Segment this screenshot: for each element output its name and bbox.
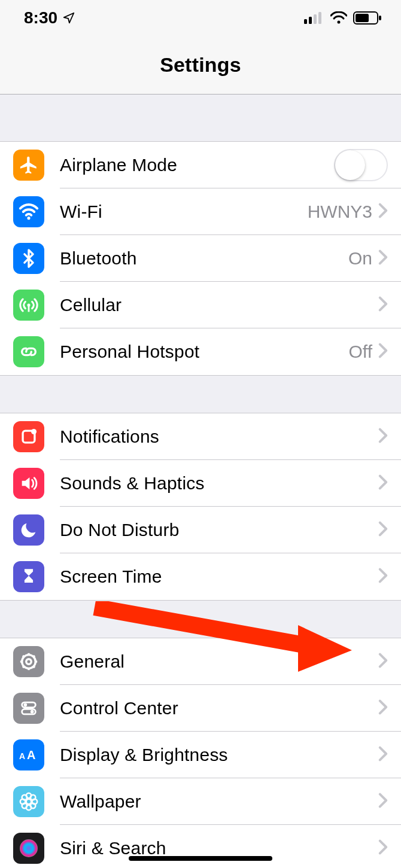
row-cellular[interactable]: Cellular bbox=[0, 282, 401, 328]
speaker-icon bbox=[13, 468, 44, 499]
row-do-not-disturb[interactable]: Do Not Disturb bbox=[0, 507, 401, 553]
row-label: Siri & Search bbox=[60, 838, 378, 858]
svg-rect-3 bbox=[318, 12, 321, 24]
row-label: Do Not Disturb bbox=[60, 520, 378, 540]
flower-icon bbox=[13, 786, 44, 817]
svg-point-38 bbox=[20, 839, 38, 857]
row-label: Wallpaper bbox=[60, 791, 378, 812]
svg-point-29 bbox=[26, 799, 32, 805]
chevron-right-icon bbox=[378, 793, 388, 811]
chevron-right-icon bbox=[378, 568, 388, 586]
row-personal-hotspot[interactable]: Personal Hotspot Off bbox=[0, 328, 401, 375]
row-general[interactable]: General bbox=[0, 638, 401, 685]
row-wifi[interactable]: Wi-Fi HWNY3 bbox=[0, 188, 401, 235]
status-bar: 8:30 bbox=[0, 0, 401, 36]
row-label: Sounds & Haptics bbox=[60, 473, 378, 494]
chevron-right-icon bbox=[378, 343, 388, 361]
status-right bbox=[304, 11, 382, 25]
row-display-brightness[interactable]: AA Display & Brightness bbox=[0, 732, 401, 778]
row-screen-time[interactable]: Screen Time bbox=[0, 553, 401, 600]
bluetooth-icon bbox=[13, 243, 44, 274]
settings-group-alerts: Notifications Sounds & Haptics Do Not Di… bbox=[0, 413, 401, 601]
svg-line-22 bbox=[33, 656, 35, 657]
row-value: HWNY3 bbox=[308, 202, 372, 222]
group-gap bbox=[0, 376, 401, 413]
row-sounds[interactable]: Sounds & Haptics bbox=[0, 460, 401, 507]
chevron-right-icon bbox=[378, 249, 388, 267]
home-indicator bbox=[129, 856, 272, 861]
location-arrow-icon bbox=[62, 11, 75, 25]
row-value: Off bbox=[349, 342, 372, 362]
page-title: Settings bbox=[160, 53, 241, 77]
row-value: On bbox=[348, 248, 372, 269]
settings-group-connectivity: Airplane Mode Wi-Fi HWNY3 Bluetooth On C… bbox=[0, 141, 401, 376]
svg-point-8 bbox=[27, 217, 30, 220]
row-label: Wi-Fi bbox=[60, 202, 308, 222]
chevron-right-icon bbox=[378, 699, 388, 717]
airplane-icon bbox=[13, 150, 44, 181]
row-label: Display & Brightness bbox=[60, 745, 378, 765]
row-airplane-mode[interactable]: Airplane Mode bbox=[0, 142, 401, 188]
svg-point-26 bbox=[31, 710, 34, 714]
svg-point-14 bbox=[26, 659, 32, 665]
row-label: Cellular bbox=[60, 295, 378, 315]
svg-text:A: A bbox=[19, 751, 25, 761]
row-control-center[interactable]: Control Center bbox=[0, 685, 401, 732]
status-time: 8:30 bbox=[24, 8, 57, 28]
row-siri-search[interactable]: Siri & Search bbox=[0, 825, 401, 868]
wifi-icon bbox=[330, 11, 347, 25]
antenna-icon bbox=[13, 290, 44, 321]
chevron-right-icon bbox=[378, 474, 388, 492]
battery-icon bbox=[353, 11, 382, 25]
settings-group-device: General Control Center AA Display & Brig… bbox=[0, 638, 401, 868]
svg-line-21 bbox=[23, 666, 25, 668]
status-left: 8:30 bbox=[24, 8, 75, 28]
chevron-right-icon bbox=[378, 653, 388, 671]
moon-icon bbox=[13, 514, 44, 546]
chevron-right-icon bbox=[378, 746, 388, 764]
cellular-signal-icon bbox=[304, 12, 324, 24]
chevron-right-icon bbox=[378, 428, 388, 446]
svg-line-19 bbox=[23, 656, 25, 657]
row-bluetooth[interactable]: Bluetooth On bbox=[0, 235, 401, 282]
svg-line-20 bbox=[33, 666, 35, 668]
siri-icon bbox=[13, 833, 44, 864]
row-wallpaper[interactable]: Wallpaper bbox=[0, 778, 401, 825]
row-label: Bluetooth bbox=[60, 248, 348, 269]
text-size-icon: AA bbox=[13, 739, 44, 770]
row-label: Airplane Mode bbox=[60, 155, 334, 175]
airplane-mode-switch[interactable] bbox=[334, 149, 388, 181]
group-gap bbox=[0, 95, 401, 141]
row-label: Personal Hotspot bbox=[60, 342, 349, 362]
svg-point-12 bbox=[31, 429, 37, 434]
gear-icon bbox=[13, 646, 44, 677]
chevron-right-icon bbox=[378, 296, 388, 314]
row-label: Control Center bbox=[60, 698, 378, 718]
row-label: General bbox=[60, 651, 378, 672]
chevron-right-icon bbox=[378, 203, 388, 221]
svg-rect-6 bbox=[356, 14, 369, 22]
hourglass-icon bbox=[13, 561, 44, 592]
svg-text:A: A bbox=[27, 748, 35, 762]
svg-rect-7 bbox=[379, 16, 381, 20]
row-label: Screen Time bbox=[60, 567, 378, 587]
notifications-icon bbox=[13, 421, 44, 452]
switches-icon bbox=[13, 693, 44, 724]
svg-rect-2 bbox=[314, 14, 317, 24]
link-icon bbox=[13, 336, 44, 367]
navigation-bar: Settings bbox=[0, 36, 401, 95]
svg-rect-0 bbox=[304, 19, 307, 24]
chevron-right-icon bbox=[378, 839, 388, 857]
chevron-right-icon bbox=[378, 521, 388, 539]
svg-point-24 bbox=[24, 703, 28, 707]
group-gap bbox=[0, 601, 401, 638]
wifi-icon bbox=[13, 196, 44, 227]
row-label: Notifications bbox=[60, 427, 378, 447]
svg-point-4 bbox=[338, 21, 341, 24]
svg-rect-10 bbox=[28, 305, 30, 312]
svg-rect-1 bbox=[309, 17, 312, 24]
row-notifications[interactable]: Notifications bbox=[0, 413, 401, 460]
